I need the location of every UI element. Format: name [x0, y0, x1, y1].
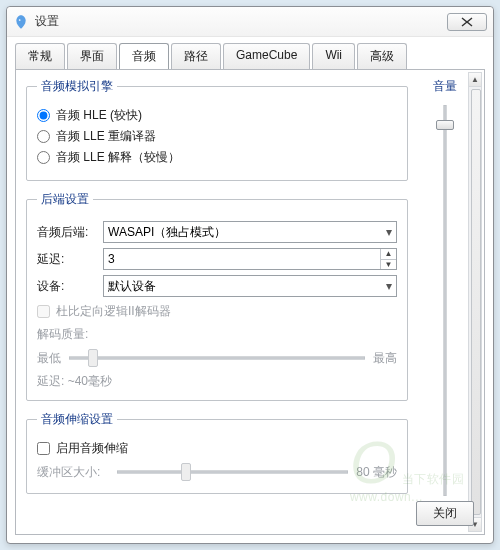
- audio-pane: 音频模拟引擎 音频 HLE (较快) 音频 LLE 重编译器 音频 LLE 解释…: [15, 69, 485, 535]
- tab-audio[interactable]: 音频: [119, 43, 169, 69]
- latency-stepper[interactable]: ▲ ▼: [103, 248, 397, 270]
- scroll-up-button[interactable]: ▲: [469, 73, 481, 87]
- titlebar: 设置: [7, 7, 493, 37]
- window-title: 设置: [35, 13, 441, 30]
- backend-group: 后端设置 音频后端: WASAPI（独占模式） ▾ 延迟:: [26, 191, 408, 401]
- quality-low-label: 最低: [37, 350, 61, 367]
- radio-lle-rec-input[interactable]: [37, 130, 50, 143]
- volume-label: 音量: [433, 78, 457, 95]
- stretch-enable-check[interactable]: 启用音频伸缩: [37, 440, 397, 457]
- stretch-legend: 音频伸缩设置: [37, 411, 117, 428]
- tab-advanced[interactable]: 高级: [357, 43, 407, 69]
- quality-slider[interactable]: [69, 347, 365, 369]
- tabs: 常规 界面 音频 路径 GameCube Wii 高级: [7, 37, 493, 69]
- chevron-down-icon: ▾: [386, 279, 392, 293]
- dpl2-check[interactable]: 杜比定向逻辑II解码器: [37, 303, 397, 320]
- radio-lle-int-label: 音频 LLE 解释（较慢）: [56, 149, 180, 166]
- stretch-enable-label: 启用音频伸缩: [56, 440, 128, 457]
- backend-label: 音频后端:: [37, 224, 97, 241]
- backend-legend: 后端设置: [37, 191, 93, 208]
- backend-select[interactable]: WASAPI（独占模式） ▾: [103, 221, 397, 243]
- stretch-group: 音频伸缩设置 启用音频伸缩 缓冲区大小: 80 毫秒: [26, 411, 408, 494]
- tab-general[interactable]: 常规: [15, 43, 65, 69]
- latency-input[interactable]: [104, 249, 380, 269]
- engine-legend: 音频模拟引擎: [37, 78, 117, 95]
- buffer-slider-thumb[interactable]: [181, 463, 191, 481]
- volume-slider-thumb[interactable]: [436, 120, 454, 130]
- svg-point-0: [19, 19, 21, 21]
- latency-step-up[interactable]: ▲: [381, 249, 396, 260]
- buffer-readout: 80 毫秒: [356, 464, 397, 481]
- radio-lle-rec-label: 音频 LLE 重编译器: [56, 128, 156, 145]
- latency-note: 延迟: ~40毫秒: [37, 373, 397, 390]
- decode-quality-label: 解码质量:: [37, 326, 397, 343]
- radio-hle[interactable]: 音频 HLE (较快): [37, 107, 397, 124]
- radio-lle-int-input[interactable]: [37, 151, 50, 164]
- latency-step-down[interactable]: ▼: [381, 260, 396, 270]
- device-label: 设备:: [37, 278, 97, 295]
- buffer-label: 缓冲区大小:: [37, 464, 109, 481]
- tab-wii[interactable]: Wii: [312, 43, 355, 69]
- app-icon: [13, 14, 29, 30]
- settings-window: 设置 常规 界面 音频 路径 GameCube Wii 高级 音频模拟引擎 音频…: [6, 6, 494, 544]
- pane-scrollbar[interactable]: ▲ ▼: [468, 72, 482, 532]
- volume-slider[interactable]: [433, 101, 457, 500]
- tab-paths[interactable]: 路径: [171, 43, 221, 69]
- scroll-thumb[interactable]: [471, 89, 481, 515]
- chevron-down-icon: ▾: [386, 225, 392, 239]
- stretch-enable-input[interactable]: [37, 442, 50, 455]
- quality-high-label: 最高: [373, 350, 397, 367]
- dpl2-check-input[interactable]: [37, 305, 50, 318]
- tab-interface[interactable]: 界面: [67, 43, 117, 69]
- radio-hle-label: 音频 HLE (较快): [56, 107, 142, 124]
- latency-label: 延迟:: [37, 251, 97, 268]
- device-select-value: 默认设备: [108, 278, 156, 295]
- dpl2-check-label: 杜比定向逻辑II解码器: [56, 303, 171, 320]
- close-button[interactable]: 关闭: [416, 501, 474, 526]
- radio-lle-rec[interactable]: 音频 LLE 重编译器: [37, 128, 397, 145]
- device-select[interactable]: 默认设备 ▾: [103, 275, 397, 297]
- backend-select-value: WASAPI（独占模式）: [108, 224, 226, 241]
- radio-hle-input[interactable]: [37, 109, 50, 122]
- radio-lle-int[interactable]: 音频 LLE 解释（较慢）: [37, 149, 397, 166]
- quality-slider-thumb[interactable]: [88, 349, 98, 367]
- window-close-button[interactable]: [447, 13, 487, 31]
- engine-group: 音频模拟引擎 音频 HLE (较快) 音频 LLE 重编译器 音频 LLE 解释…: [26, 78, 408, 181]
- tab-gamecube[interactable]: GameCube: [223, 43, 310, 69]
- buffer-slider[interactable]: [117, 461, 348, 483]
